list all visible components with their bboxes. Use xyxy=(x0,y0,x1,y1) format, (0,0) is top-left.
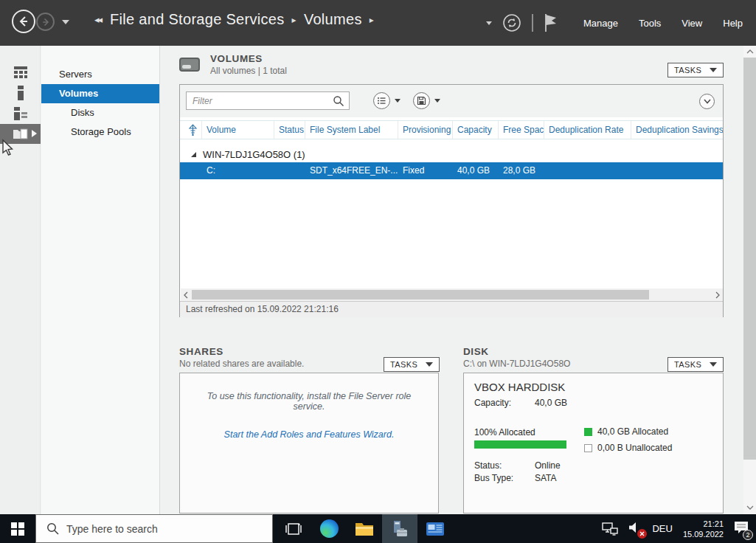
forward-arrow-icon xyxy=(41,18,50,27)
vertical-scrollbar[interactable] xyxy=(743,46,756,514)
add-roles-features-wizard-link[interactable]: Start the Add Roles and Features Wizard. xyxy=(224,429,395,440)
column-header-fs-label[interactable]: File System Label xyxy=(305,121,398,139)
menu-help[interactable]: Help xyxy=(723,18,743,29)
nav-item-servers[interactable]: Servers xyxy=(41,65,159,84)
horizontal-scrollbar-thumb[interactable] xyxy=(192,290,649,300)
flag-icon[interactable] xyxy=(544,13,558,32)
shares-panel: To use this functionality, install the F… xyxy=(179,373,439,513)
mute-badge-icon xyxy=(637,529,647,539)
nav-item-storage-pools[interactable]: Storage Pools xyxy=(41,122,159,142)
column-header-status[interactable]: Status xyxy=(274,121,305,139)
expand-strip-arrow-icon[interactable] xyxy=(32,130,37,137)
list-options-icon xyxy=(377,96,386,106)
clock-time: 21:21 xyxy=(683,519,724,529)
horizontal-scrollbar[interactable] xyxy=(181,288,723,301)
cell-capacity: 40,0 GB xyxy=(453,162,499,179)
notification-count-badge: 2 xyxy=(743,530,753,540)
disk-title: DISK xyxy=(463,346,570,357)
back-button[interactable] xyxy=(12,10,35,33)
volumes-subtitle: All volumes | 1 total xyxy=(210,66,287,76)
breadcrumb-separator-icon: ▸ xyxy=(292,15,296,25)
shares-header: SHARES No related shares are available. xyxy=(179,346,304,369)
scroll-left-arrow-icon[interactable] xyxy=(181,288,191,301)
cell-fs-label: SDT_x64FREE_EN-... xyxy=(305,162,398,179)
refresh-button[interactable] xyxy=(502,13,521,32)
disk-tasks-label: TASKS xyxy=(674,360,701,369)
volumes-tasks-button[interactable]: TASKS xyxy=(667,63,724,77)
menu-view[interactable]: View xyxy=(682,18,702,29)
edge-browser-button[interactable] xyxy=(311,514,347,543)
filter-options-caret-icon xyxy=(395,99,400,103)
task-view-button[interactable] xyxy=(276,514,311,543)
system-properties-button[interactable] xyxy=(417,514,453,543)
column-header-free-space[interactable]: Free Space xyxy=(499,121,544,139)
start-button[interactable] xyxy=(0,514,35,543)
back-arrow-icon xyxy=(18,15,30,27)
titlebar-separator xyxy=(532,14,533,32)
file-explorer-button[interactable] xyxy=(347,514,382,543)
taskbar-clock[interactable]: 21:21 15.09.2022 xyxy=(683,519,724,539)
menu-manage[interactable]: Manage xyxy=(583,18,618,29)
server-manager-titlebar: ◂◂ File and Storage Services ▸ Volumes ▸ xyxy=(0,0,756,46)
allocation-bar xyxy=(474,440,566,449)
system-tray: DEU 21:21 15.09.2022 2 xyxy=(602,514,756,543)
folder-icon xyxy=(355,521,374,537)
collapse-panel-button[interactable] xyxy=(699,94,715,109)
column-header-dedup-rate[interactable]: Deduplication Rate xyxy=(544,121,631,139)
local-server-icon xyxy=(17,86,24,100)
taskbar-search[interactable] xyxy=(35,514,273,543)
disk-header: DISK C:\ on WIN-7LDJ1G4O58O xyxy=(463,346,570,369)
sidebar-item-all-servers[interactable] xyxy=(0,103,41,123)
network-icon[interactable] xyxy=(602,522,618,536)
windows-logo-icon xyxy=(11,522,24,536)
sort-column-header[interactable] xyxy=(180,121,202,139)
disk-capacity-label: Capacity: xyxy=(474,398,511,408)
breadcrumb-collapse-icon[interactable]: ◂◂ xyxy=(94,14,101,25)
volumes-title: VOLUMES xyxy=(210,53,287,64)
filter-options-button[interactable] xyxy=(373,92,400,109)
tasks-caret-icon xyxy=(426,362,433,367)
history-dropdown-caret[interactable] xyxy=(62,20,69,24)
server-group-row[interactable]: WIN-7LDJ1G4O58O (1) xyxy=(180,147,723,162)
cell-dedup-rate xyxy=(544,162,631,179)
nav-item-volumes[interactable]: Volumes xyxy=(41,84,159,103)
notifications-dropdown-caret[interactable] xyxy=(486,21,492,25)
filter-input[interactable] xyxy=(187,92,349,109)
vertical-scrollbar-thumb[interactable] xyxy=(743,58,756,460)
disk-tasks-button[interactable]: TASKS xyxy=(667,357,724,372)
group-expanded-icon[interactable] xyxy=(191,152,196,157)
system-window-icon xyxy=(426,522,445,536)
shares-title: SHARES xyxy=(179,346,304,357)
sidebar-item-local-server[interactable] xyxy=(0,83,41,103)
server-manager-taskbar-button[interactable] xyxy=(382,514,417,543)
disk-status-label: Status: xyxy=(474,460,502,471)
scroll-down-arrow-icon[interactable] xyxy=(743,502,756,513)
task-view-icon xyxy=(285,522,302,536)
column-header-capacity[interactable]: Capacity xyxy=(453,121,499,139)
scroll-right-arrow-icon[interactable] xyxy=(712,288,723,301)
save-query-button[interactable] xyxy=(413,92,440,109)
disk-allocated-percent: 100% Allocated xyxy=(474,427,535,437)
unallocated-swatch xyxy=(584,444,592,452)
clock-date: 15.09.2022 xyxy=(683,529,724,539)
forward-button[interactable] xyxy=(36,13,55,31)
column-header-provisioning[interactable]: Provisioning xyxy=(398,121,453,139)
breadcrumb-item-volumes[interactable]: Volumes xyxy=(304,11,362,28)
breadcrumb-item-file-storage[interactable]: File and Storage Services xyxy=(110,11,285,28)
table-row-volume-c[interactable]: C: SDT_x64FREE_EN-... Fixed 40,0 GB 28,0… xyxy=(180,162,723,179)
windows-taskbar: DEU 21:21 15.09.2022 2 xyxy=(0,514,756,543)
nav-item-disks[interactable]: Disks xyxy=(41,103,159,122)
volumes-page: VOLUMES All volumes | 1 total TASKS xyxy=(160,46,743,514)
action-center-button[interactable]: 2 xyxy=(734,521,749,537)
search-icon xyxy=(46,522,59,535)
column-header-volume[interactable]: Volume xyxy=(202,121,274,139)
search-icon[interactable] xyxy=(333,95,344,107)
scroll-up-arrow-icon[interactable] xyxy=(743,46,756,58)
keyboard-language-indicator[interactable]: DEU xyxy=(652,523,672,534)
shares-tasks-button[interactable]: TASKS xyxy=(384,357,440,372)
taskbar-search-input[interactable] xyxy=(66,523,243,535)
volume-tray-button[interactable] xyxy=(628,522,642,536)
sidebar-item-dashboard[interactable] xyxy=(0,62,41,82)
menu-tools[interactable]: Tools xyxy=(639,18,661,29)
column-header-dedup-savings[interactable]: Deduplication Savings xyxy=(631,121,723,139)
